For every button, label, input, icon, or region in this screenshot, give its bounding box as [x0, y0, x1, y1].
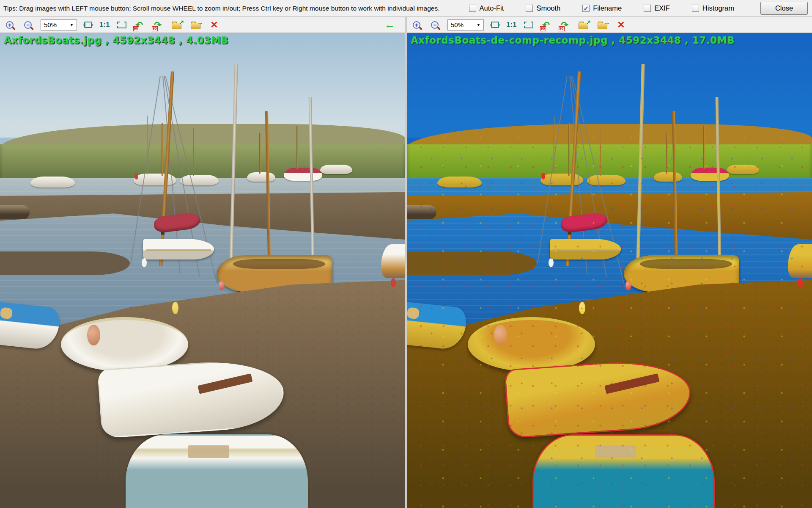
toggle-auto-fit[interactable]: Auto-Fit [469, 4, 504, 12]
zoom-out-button[interactable]: − [429, 19, 440, 30]
edge-boat [381, 244, 405, 278]
rowboat [0, 205, 30, 219]
sand-bar [0, 251, 130, 275]
copy-arrow-icon: ↗ [179, 19, 184, 25]
smooth-checkbox[interactable] [526, 5, 533, 12]
red-buoy [625, 281, 631, 291]
select-rectangle-button[interactable] [117, 22, 126, 28]
rotate-left-button[interactable]: ↶ 90 [540, 19, 552, 30]
distant-boat [134, 174, 176, 185]
toggle-smooth[interactable]: Smooth [526, 4, 560, 12]
select-rectangle-icon [117, 22, 126, 28]
filename-checkbox[interactable]: ✓ [582, 5, 590, 12]
photo-scene: AxfordsBoats.jpg , 4592x3448 , 4.03MB [0, 33, 405, 508]
distant-boat [30, 177, 75, 188]
zoom-level-value: 50% [451, 21, 464, 28]
distant-boat [727, 165, 760, 174]
photo-scene: AxfordsBoats-de-comp-recomp.jpg , 4592x3… [407, 33, 812, 508]
rotate-left-button[interactable]: ↶ 90 [134, 19, 145, 30]
mast [193, 128, 194, 175]
sailboat-hull [143, 239, 214, 260]
edge-boat [788, 244, 812, 278]
filename-overlay: AxfordsBoats-de-comp-recomp.jpg , 4592x3… [411, 35, 735, 46]
zoom-in-button[interactable]: + [4, 19, 15, 30]
filename-overlay: AxfordsBoats.jpg , 4592x3448 , 4.03MB [4, 35, 228, 46]
distant-boat [320, 165, 353, 174]
mast [296, 126, 298, 169]
mast [600, 128, 601, 175]
copy-to-folder-button[interactable]: ↗ [171, 20, 183, 30]
move-to-folder-button[interactable]: → [190, 20, 202, 30]
toggle-histogram[interactable]: Histogram [692, 4, 734, 12]
right-pane: + − 50% ▼ 1:1 ↶ 90 ↷ 90 ↗ → ✕ ← [407, 17, 812, 508]
top-bar: Tips: Drag images with LEFT mouse button… [0, 0, 812, 17]
zoom-level-select[interactable]: 50% ▼ [447, 19, 484, 30]
fit-to-window-button[interactable] [84, 22, 92, 28]
tips-text: Tips: Drag images with LEFT mouse button… [3, 5, 439, 12]
distant-boat [654, 172, 682, 182]
delete-button[interactable]: ✕ [616, 19, 627, 30]
distant-boat-red-cover [691, 168, 729, 181]
move-arrow-icon: → [604, 19, 610, 25]
swap-image-left-button[interactable]: ← [384, 19, 395, 31]
actual-size-button[interactable]: 1:1 [506, 21, 517, 29]
red-buoy [798, 278, 802, 287]
mast [666, 133, 667, 174]
distant-boat [587, 175, 625, 185]
red-buoy [391, 278, 395, 287]
copy-arrow-icon: ↗ [586, 19, 591, 25]
fit-to-window-icon [491, 22, 499, 28]
rotate-90-badge: 90 [152, 26, 158, 31]
green-left-arrow-icon: ← [384, 19, 395, 31]
right-toolbar: + − 50% ▼ 1:1 ↶ 90 ↷ 90 ↗ → ✕ ← [407, 17, 812, 33]
mast [147, 116, 148, 174]
bottom-boat [126, 434, 308, 508]
left-pane: + − 50% ▼ 1:1 ↶ 90 ↷ 90 ↗ → ✕ ← [0, 17, 405, 508]
auto-fit-checkbox[interactable] [469, 5, 476, 12]
rotate-90-badge: 90 [559, 26, 565, 31]
move-to-folder-button[interactable]: → [597, 20, 609, 30]
distant-boat [540, 174, 583, 185]
copy-to-folder-button[interactable]: ↗ [578, 20, 590, 30]
bottom-boat [532, 434, 715, 508]
toggle-exif[interactable]: EXIF [644, 4, 670, 12]
filename-label: Filename [593, 4, 622, 12]
rotate-right-button[interactable]: ↷ 90 [559, 19, 571, 30]
auto-fit-label: Auto-Fit [480, 4, 504, 12]
compare-view: + − 50% ▼ 1:1 ↶ 90 ↷ 90 ↗ → ✕ ← [0, 17, 812, 508]
histogram-checkbox[interactable] [692, 5, 699, 12]
exif-checkbox[interactable] [644, 5, 651, 12]
mast [162, 123, 163, 175]
rotate-90-badge: 90 [133, 26, 139, 31]
zoom-in-button[interactable]: + [411, 19, 422, 30]
zoom-out-button[interactable]: − [22, 19, 33, 30]
sand-bar [407, 251, 537, 275]
mast [703, 126, 705, 169]
terracotta-buoy [494, 325, 507, 345]
one-to-one-icon: 1:1 [99, 21, 110, 29]
red-buoy [219, 281, 224, 291]
red-buoy [134, 173, 138, 179]
white-buoy [142, 258, 146, 267]
select-rectangle-button[interactable] [524, 22, 533, 28]
left-image-viewport[interactable]: AxfordsBoats.jpg , 4592x3448 , 4.03MB [0, 33, 405, 508]
sky [407, 33, 812, 138]
distant-boat-red-cover [284, 168, 322, 181]
right-image-viewport[interactable]: AxfordsBoats-de-comp-recomp.jpg , 4592x3… [407, 33, 812, 508]
fit-to-window-button[interactable] [491, 22, 499, 28]
mast [259, 133, 261, 174]
terracotta-buoy [87, 325, 100, 345]
view-toggles: Auto-Fit Smooth ✓ Filename EXIF Histogra… [469, 4, 734, 12]
rotate-right-button[interactable]: ↷ 90 [152, 19, 164, 30]
delete-button[interactable]: ✕ [209, 19, 220, 30]
select-rectangle-icon [524, 22, 533, 28]
distant-boat [437, 177, 482, 188]
sky [0, 33, 405, 138]
zoom-level-select[interactable]: 50% ▼ [41, 19, 77, 30]
move-arrow-icon: → [197, 19, 203, 25]
close-button[interactable]: Close [760, 2, 808, 15]
one-to-one-icon: 1:1 [506, 21, 517, 29]
toggle-filename[interactable]: ✓ Filename [582, 4, 622, 12]
rowboat [407, 205, 436, 219]
actual-size-button[interactable]: 1:1 [99, 21, 110, 29]
